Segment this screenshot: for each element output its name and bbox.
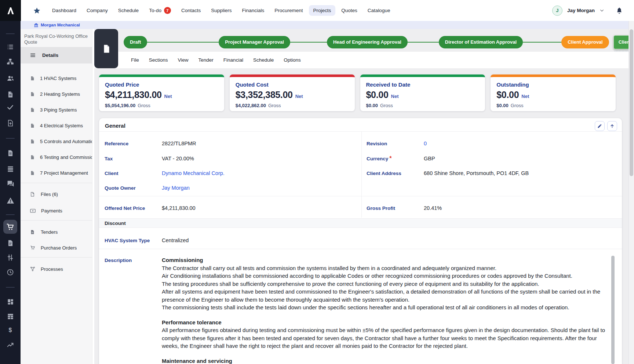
nav-item-schedule[interactable]: Schedule bbox=[114, 5, 143, 16]
module-icon-rail: $ bbox=[0, 21, 21, 364]
org-chart-icon[interactable] bbox=[6, 58, 14, 66]
card-title: Quoted Cost bbox=[236, 81, 349, 88]
quote-document-tab[interactable] bbox=[94, 29, 118, 68]
gross-value: $0.00 bbox=[496, 103, 509, 108]
breadcrumb[interactable]: Morgan Mechanical bbox=[34, 23, 80, 28]
nav-item-financials[interactable]: Financials bbox=[237, 5, 269, 16]
sidebar-item-payments[interactable]: Payments bbox=[21, 203, 92, 218]
archdesk-logo-icon bbox=[5, 5, 16, 16]
field-value-revision[interactable]: 0 bbox=[424, 141, 427, 146]
card-title: Quoted Price bbox=[105, 81, 218, 88]
required-mark: * bbox=[389, 155, 391, 162]
menu-schedule[interactable]: Schedule bbox=[253, 57, 274, 63]
favorite-star-icon[interactable] bbox=[32, 6, 41, 15]
adjustments-icon[interactable] bbox=[6, 254, 14, 262]
pencil-icon bbox=[597, 124, 602, 128]
edit-button[interactable] bbox=[595, 121, 605, 131]
sidebar-item-details[interactable]: Details bbox=[21, 47, 92, 63]
menu-sections[interactable]: Sections bbox=[149, 57, 168, 63]
approval-stepper: Draft Project Manager Approval Head of E… bbox=[124, 35, 634, 49]
description-line: All performance figures obtained during … bbox=[162, 326, 608, 350]
users-icon[interactable] bbox=[6, 74, 14, 82]
menu-tender[interactable]: Tender bbox=[198, 57, 214, 63]
field-label-offered-net-price: Offered Net Price bbox=[105, 205, 145, 211]
description-scrollbar-thumb[interactable] bbox=[611, 256, 615, 364]
workflow-step-2[interactable]: Head of Engineering Approval bbox=[327, 36, 408, 48]
nav-item-contacts[interactable]: Contacts bbox=[177, 5, 205, 16]
chevron-down-icon[interactable] bbox=[600, 8, 604, 13]
document-icon[interactable] bbox=[6, 90, 14, 98]
menu-file[interactable]: File bbox=[131, 57, 139, 63]
app-logo[interactable] bbox=[0, 0, 21, 21]
sidebar-section-piping[interactable]: 3 Piping Systems bbox=[21, 102, 92, 117]
dashboard-grid-icon[interactable] bbox=[6, 298, 14, 306]
workflow-step-4[interactable]: Client Approval bbox=[561, 36, 609, 48]
currency-dollar-icon[interactable]: $ bbox=[6, 326, 14, 334]
rail-divider bbox=[6, 33, 15, 34]
sidebar-section-heating[interactable]: 2 Heating Systems bbox=[21, 86, 92, 102]
menu-view[interactable]: View bbox=[178, 57, 189, 63]
section-document-icon bbox=[30, 155, 35, 160]
nav-item-quotes[interactable]: Quotes bbox=[337, 5, 362, 16]
sidebar-item-files[interactable]: Files (6) bbox=[21, 186, 92, 202]
sidebar-scroll-gutter[interactable] bbox=[92, 29, 94, 364]
collapse-button[interactable] bbox=[607, 121, 617, 131]
gross-value: $4,022,862.00 bbox=[236, 103, 266, 108]
trend-up-icon[interactable] bbox=[6, 341, 14, 349]
table-icon[interactable] bbox=[6, 312, 14, 320]
nav-item-dashboard[interactable]: Dashboard bbox=[48, 5, 81, 16]
checkmark-icon[interactable] bbox=[6, 103, 14, 111]
quote-document-icon[interactable] bbox=[6, 149, 14, 157]
field-value-client[interactable]: Dynamo Mechanical Corp. bbox=[162, 170, 225, 176]
workflow-step-1[interactable]: Project Manager Approval bbox=[219, 36, 290, 48]
sidebar-section-hvac[interactable]: 1 HVAC Systems bbox=[21, 70, 92, 86]
user-avatar[interactable]: J bbox=[552, 6, 562, 16]
sidebar-section-testing[interactable]: 6 Testing and Commission bbox=[21, 149, 92, 165]
sidebar-item-purchase-orders[interactable]: Purchase Orders bbox=[21, 240, 92, 255]
note-document-icon[interactable] bbox=[6, 239, 14, 247]
sidebar-item-tenders[interactable]: Tenders bbox=[21, 224, 92, 240]
menu-financial[interactable]: Financial bbox=[223, 57, 243, 63]
history-clock-icon[interactable] bbox=[6, 268, 14, 276]
field-value-offered-net-price: $4,211,830.00 bbox=[162, 205, 196, 211]
nav-item-company[interactable]: Company bbox=[82, 5, 112, 16]
description-block-commissioning: Commissioning The Contractor shall carry… bbox=[162, 256, 608, 312]
section-label: 7 Project Management bbox=[40, 170, 88, 176]
user-name[interactable]: Jay Morgan bbox=[567, 8, 595, 13]
workflow-step-0[interactable]: Draft bbox=[124, 36, 147, 48]
description-line: Air Conditioning installations shall be … bbox=[162, 272, 608, 280]
quote-menubar: File Sections View Tender Financial Sche… bbox=[94, 52, 628, 68]
description-text[interactable]: Commissioning The Contractor shall carry… bbox=[162, 256, 608, 364]
description-heading: Commissioning bbox=[162, 256, 608, 264]
general-panel-title: General bbox=[105, 123, 125, 129]
file-upload-icon[interactable] bbox=[6, 119, 14, 127]
chat-icon[interactable] bbox=[6, 179, 14, 188]
field-label-client: Client bbox=[105, 171, 119, 176]
window-scrollbar-thumb[interactable] bbox=[630, 29, 633, 176]
sidebar-section-electrical[interactable]: 4 Electrical Systems bbox=[21, 118, 92, 133]
nav-item-suppliers[interactable]: Suppliers bbox=[207, 5, 236, 16]
warning-icon[interactable] bbox=[6, 196, 14, 204]
workflow-icon bbox=[30, 266, 35, 272]
sidebar-section-controls[interactable]: 5 Controls and Automatio bbox=[21, 134, 92, 149]
section-label: 5 Controls and Automatio bbox=[40, 139, 92, 144]
sidebar-section-project-management[interactable]: 7 Project Management bbox=[21, 165, 92, 181]
gross-value: $0.00 bbox=[366, 103, 378, 108]
tenders-label: Tenders bbox=[41, 229, 58, 235]
shopping-cart-icon-active[interactable] bbox=[3, 220, 17, 234]
list-icon[interactable] bbox=[6, 43, 14, 51]
nav-item-catalogue[interactable]: Catalogue bbox=[363, 5, 395, 16]
field-value-quote-owner[interactable]: Jay Morgan bbox=[162, 185, 190, 191]
window-scrollbar-track[interactable] bbox=[628, 21, 634, 364]
workflow-step-3[interactable]: Director of Estimation Approval bbox=[439, 36, 523, 48]
sidebar-item-processes[interactable]: Processes bbox=[21, 261, 92, 277]
section-label: 2 Heating Systems bbox=[40, 91, 80, 97]
nav-item-todo[interactable]: To-do 7 bbox=[145, 4, 175, 17]
menu-options[interactable]: Options bbox=[284, 57, 301, 63]
arrow-up-icon bbox=[610, 124, 615, 128]
nav-item-todo-label: To-do bbox=[149, 8, 161, 13]
notifications-bell-icon[interactable] bbox=[616, 7, 623, 15]
nav-item-projects[interactable]: Projects bbox=[309, 5, 336, 16]
rows-icon[interactable] bbox=[6, 165, 14, 173]
nav-item-procurement[interactable]: Procurement bbox=[270, 5, 307, 16]
